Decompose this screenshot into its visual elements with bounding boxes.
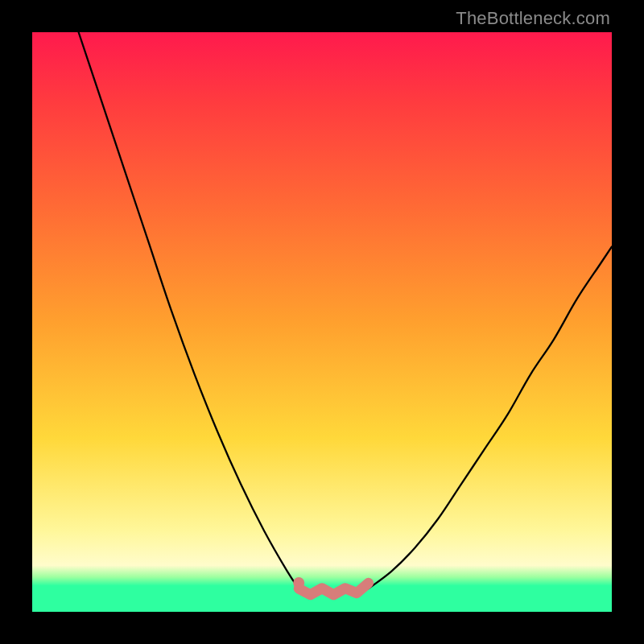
floor-squiggle: [299, 583, 368, 594]
curve-right: [369, 246, 612, 588]
floor-dot: [293, 577, 304, 588]
watermark-text: TheBottleneck.com: [456, 8, 610, 29]
curve-left: [79, 32, 299, 588]
chart-frame: TheBottleneck.com: [0, 0, 644, 644]
plot-area: [32, 32, 612, 612]
chart-svg: [32, 32, 612, 612]
